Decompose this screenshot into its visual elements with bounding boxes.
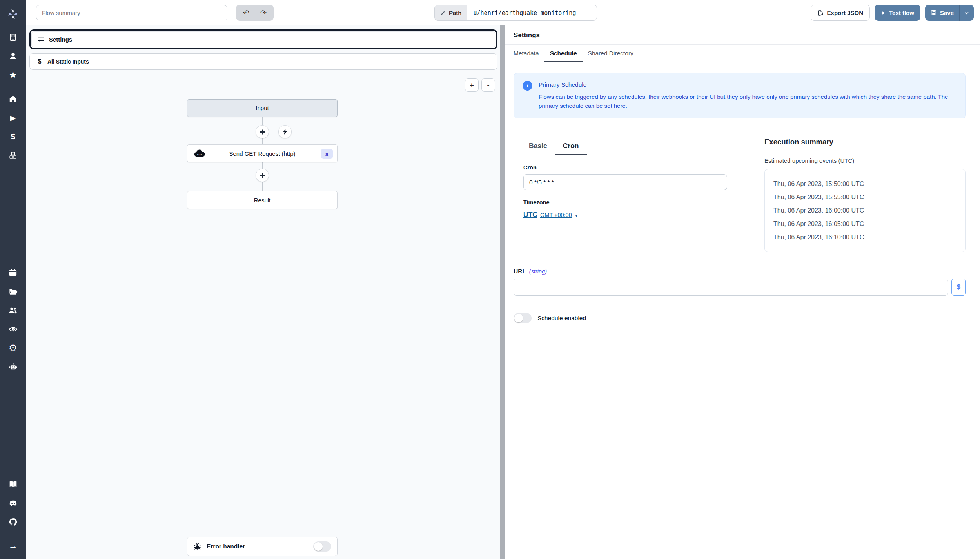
schedule-enabled-toggle[interactable] xyxy=(514,313,532,323)
gear-icon: ⚙ xyxy=(9,343,17,353)
settings-tabs: Metadata Schedule Shared Directory xyxy=(514,45,966,62)
schedule-editor: Basic Cron Cron Timezone UTC GMT +00:00 … xyxy=(523,140,727,219)
undo-icon: ↶ xyxy=(243,9,249,17)
pencil-icon xyxy=(440,10,446,16)
user-icon xyxy=(9,52,17,60)
sidebar-item-eye[interactable] xyxy=(0,320,26,339)
node-http-label: Send GET Request (http) xyxy=(187,150,337,157)
url-input[interactable] xyxy=(514,279,948,296)
node-result[interactable]: Result xyxy=(187,191,338,209)
sidebar-item-star[interactable]: ★ xyxy=(0,66,26,84)
sidebar-divider xyxy=(0,534,26,534)
folder-icon xyxy=(9,287,18,296)
export-json-button[interactable]: Export JSON xyxy=(811,5,870,21)
sidebar-divider xyxy=(0,25,26,25)
sidebar-item-building[interactable] xyxy=(0,28,26,47)
tab-basic[interactable]: Basic xyxy=(521,140,555,155)
sidebar-item-user[interactable] xyxy=(0,47,26,66)
schedule-enabled-row: Schedule enabled xyxy=(514,313,966,323)
save-icon xyxy=(931,10,936,16)
url-label: URL xyxy=(514,268,526,275)
sidebar-item-robot[interactable] xyxy=(0,357,26,376)
arrow-right-icon: → xyxy=(9,541,18,550)
path-label: Path xyxy=(449,9,462,16)
sidebar-item-docs[interactable] xyxy=(0,475,26,493)
export-json-label: Export JSON xyxy=(827,9,864,16)
undo-redo-group: ↶ ↷ xyxy=(236,5,274,21)
dollar-icon: $ xyxy=(11,133,15,140)
sidebar-item-play[interactable]: ▶ xyxy=(0,108,26,127)
timezone-value: UTC xyxy=(523,211,537,219)
sidebar-divider xyxy=(0,87,26,87)
caret-down-icon[interactable]: ▼ xyxy=(574,213,578,218)
windmill-logo-icon xyxy=(7,8,19,20)
topbar: ↶ ↷ Path u/henri/earthquake_monitoring E… xyxy=(26,0,980,25)
url-section: URL (string) $ xyxy=(514,268,966,296)
canvas-zoom-controls: + - xyxy=(465,78,495,92)
node-http-step[interactable]: HTTP Send GET Request (http) a xyxy=(187,144,338,162)
chevron-down-icon xyxy=(964,10,969,16)
sidebar-item-users-gear[interactable] xyxy=(0,301,26,320)
undo-button[interactable]: ↶ xyxy=(238,6,255,19)
sidebar-item-cubes[interactable] xyxy=(0,146,26,165)
add-step-button[interactable] xyxy=(256,169,269,182)
toggle-knob xyxy=(314,542,323,551)
sidebar-expand-button[interactable]: → xyxy=(0,536,26,555)
tab-schedule[interactable]: Schedule xyxy=(544,45,583,62)
flow-summary-input[interactable] xyxy=(36,5,227,20)
zoom-in-button[interactable]: + xyxy=(465,78,479,92)
windmill-logo[interactable] xyxy=(7,5,19,23)
sidebar-item-dollar[interactable]: $ xyxy=(0,127,26,146)
add-trigger-button[interactable] xyxy=(278,125,292,138)
calendar-icon xyxy=(9,268,17,277)
file-export-icon xyxy=(817,10,824,16)
schedule-enabled-label: Schedule enabled xyxy=(537,315,586,322)
save-dropdown-button[interactable] xyxy=(960,5,974,21)
bolt-icon xyxy=(282,129,288,135)
flow-settings-box[interactable]: Settings xyxy=(29,29,497,49)
sidebar-item-github[interactable] xyxy=(0,512,26,531)
insert-variable-button[interactable]: $ xyxy=(951,279,966,296)
event-row: Thu, 06 Apr 2023, 16:10:00 UTC xyxy=(773,231,965,244)
zoom-out-button[interactable]: - xyxy=(481,78,495,92)
path-chip[interactable]: Path u/henri/earthquake_monitoring xyxy=(434,5,597,21)
sidebar-item-calendar[interactable] xyxy=(0,263,26,282)
discord-icon xyxy=(9,499,18,508)
content: Settings $ All Static Inputs + - Input xyxy=(26,25,980,559)
info-body: Flows can be triggered by any schedules,… xyxy=(539,93,957,110)
execution-summary-divider xyxy=(764,151,966,151)
execution-summary: Execution summary Estimated upcoming eve… xyxy=(764,138,966,252)
add-step-button[interactable] xyxy=(256,125,269,138)
sidebar-item-home[interactable] xyxy=(0,89,26,108)
tab-metadata[interactable]: Metadata xyxy=(508,45,544,62)
sidebar-item-discord[interactable] xyxy=(0,493,26,512)
event-row: Thu, 06 Apr 2023, 15:50:00 UTC xyxy=(773,177,965,191)
tab-cron[interactable]: Cron xyxy=(555,140,587,155)
sidebar-item-gear[interactable]: ⚙ xyxy=(0,339,26,357)
plus-icon xyxy=(260,129,265,135)
node-result-label: Result xyxy=(254,197,271,204)
save-button[interactable]: Save xyxy=(925,5,959,21)
cubes-icon xyxy=(9,151,17,160)
node-input[interactable]: Input xyxy=(187,99,338,117)
timezone-select[interactable]: UTC GMT +00:00 xyxy=(523,211,572,219)
error-handler-box[interactable]: Error handler xyxy=(187,537,338,556)
node-input-label: Input xyxy=(256,105,269,111)
bug-icon xyxy=(193,543,201,551)
panel-splitter[interactable] xyxy=(500,25,505,559)
book-icon xyxy=(9,480,18,489)
star-icon: ★ xyxy=(9,70,17,80)
robot-icon xyxy=(9,362,18,371)
error-handler-label: Error handler xyxy=(207,543,245,550)
all-static-inputs-box[interactable]: $ All Static Inputs xyxy=(29,53,497,70)
plus-icon xyxy=(260,173,265,178)
dollar-icon: $ xyxy=(36,58,43,65)
redo-button[interactable]: ↷ xyxy=(255,6,272,19)
error-handler-toggle[interactable] xyxy=(313,541,331,552)
test-flow-button[interactable]: Test flow xyxy=(875,5,920,21)
upcoming-events-box: Thu, 06 Apr 2023, 15:50:00 UTC Thu, 06 A… xyxy=(764,169,966,252)
save-split-button: Save xyxy=(925,5,974,21)
cron-input[interactable] xyxy=(523,174,727,190)
sidebar-item-folder[interactable] xyxy=(0,282,26,301)
tab-shared-directory[interactable]: Shared Directory xyxy=(583,45,639,62)
